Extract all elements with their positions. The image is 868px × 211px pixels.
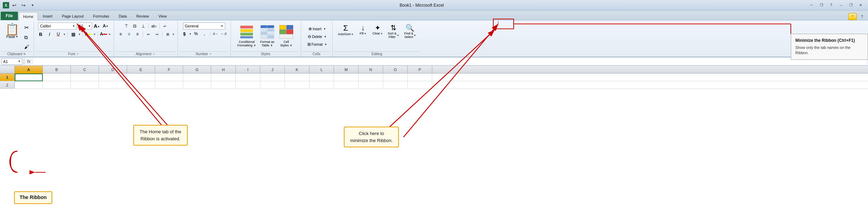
cell-n2[interactable] [359,81,383,89]
cell-d2[interactable] [99,81,127,89]
format-as-table-button[interactable]: Format asTable ▼ [259,23,276,49]
cell-o2[interactable] [383,81,408,89]
center-align-button[interactable]: ≡ [125,31,133,38]
ribbon-help-button[interactable]: ? [827,2,836,9]
cell-o1[interactable] [383,73,408,81]
cell-f1[interactable] [155,73,183,81]
italic-button[interactable]: I [46,31,53,38]
formulas-tab[interactable]: Formulas [88,12,114,20]
col-header-c[interactable]: C [71,66,99,73]
increase-font-size-button[interactable]: A▲ [93,23,101,30]
clear-arrow[interactable]: ▼ [380,32,383,35]
cell-f2[interactable] [155,81,183,89]
format-dropdown-arrow[interactable]: ▼ [325,43,327,46]
col-header-i[interactable]: I [236,66,260,73]
fill-color-arrow[interactable]: ▼ [93,33,96,36]
merge-center-arrow[interactable]: ▼ [172,33,175,36]
increase-indent-button[interactable]: ⇒ [153,31,161,38]
delete-dropdown-arrow[interactable]: ▼ [324,35,327,38]
right-align-button[interactable]: ≡ [134,31,141,38]
col-header-f[interactable]: F [155,66,183,73]
fill-color-button[interactable]: A [85,31,92,38]
home-tab[interactable]: Home [19,12,38,20]
underline-button[interactable]: U [54,31,62,38]
cell-g2[interactable] [183,81,211,89]
minimize-window-button[interactable]: ─ [807,2,816,9]
currency-button[interactable]: $ [181,31,188,37]
cell-e2[interactable] [127,81,155,89]
font-expander[interactable]: ⊹ [76,52,79,56]
customize-qat-button[interactable]: ▼ [29,1,36,9]
insert-tab[interactable]: Insert [38,12,57,20]
page-layout-tab[interactable]: Page Layout [58,12,88,20]
app-close-button[interactable]: ✕ [856,2,865,9]
corner-cell[interactable] [0,66,15,73]
middle-align-button[interactable]: ⊟ [131,23,139,30]
app-restore-button[interactable]: ❐ [846,2,855,9]
number-format-dropdown[interactable]: General ▼ [183,23,225,30]
help-button[interactable]: ? [857,13,867,20]
comma-button[interactable]: , [201,31,208,37]
cell-d1[interactable] [99,73,127,81]
cell-reference-box[interactable]: A1 ▼ [1,58,22,65]
cell-a1[interactable] [15,73,43,81]
cut-button[interactable]: ✂ [22,23,31,32]
cell-j2[interactable] [260,81,285,89]
formula-input[interactable] [33,58,867,65]
cell-m1[interactable] [334,73,359,81]
cell-k1[interactable] [285,73,309,81]
minimize-ribbon-button[interactable]: ⌃ [848,13,857,20]
bold-button[interactable]: B [37,31,45,38]
col-header-m[interactable]: M [334,66,359,73]
cell-styles-button[interactable]: CellStyles ▼ [278,23,295,49]
cell-l2[interactable] [309,81,334,89]
fill-arrow[interactable]: ▼ [364,32,366,35]
fill-button[interactable]: ↓ Fill ▼ [357,23,369,36]
cell-g1[interactable] [183,73,211,81]
insert-button[interactable]: ⊕ Insert [307,26,323,32]
currency-arrow[interactable]: ▼ [189,33,192,35]
decrease-font-size-button[interactable]: A▼ [102,23,109,30]
cell-k2[interactable] [285,81,309,89]
autosum-button[interactable]: Σ AutoSum ▼ [336,23,355,37]
cell-e1[interactable] [127,73,155,81]
col-header-a[interactable]: A [15,66,43,73]
col-header-p[interactable]: P [408,66,432,73]
cell-p2[interactable] [408,81,432,89]
top-align-button[interactable]: ⊤ [122,23,130,30]
format-button[interactable]: ⊞ Format [306,41,324,47]
merge-center-button[interactable]: ⊞ [164,31,172,38]
orientation-button[interactable]: ab↕ [150,23,158,30]
col-header-e[interactable]: E [127,66,155,73]
percent-button[interactable]: % [192,31,200,37]
col-header-b[interactable]: B [43,66,71,73]
col-header-g[interactable]: G [183,66,211,73]
undo-button[interactable]: ↩ [11,1,18,9]
conditional-formatting-button[interactable]: ConditionalFormatting ▼ [236,23,257,49]
app-minimize-button[interactable]: ─ [836,2,846,9]
cell-l1[interactable] [309,73,334,81]
data-tab[interactable]: Data [114,12,131,20]
increase-decimal-button[interactable]: .0→ [212,31,219,37]
font-color-arrow[interactable]: ▼ [108,33,111,36]
find-select-button[interactable]: 🔍 Find &Select ▼ [402,23,418,40]
format-painter-button[interactable]: 🖌 [22,43,31,51]
cell-a2[interactable] [15,81,43,89]
decrease-decimal-button[interactable]: ←.0 [220,31,228,37]
cell-n1[interactable] [359,73,383,81]
left-align-button[interactable]: ≡ [117,31,125,38]
cell-c2[interactable] [71,81,99,89]
view-tab[interactable]: View [154,12,171,20]
file-tab[interactable]: File [1,12,18,20]
underline-dropdown-arrow[interactable]: ▼ [63,33,66,36]
decrease-indent-button[interactable]: ⇐ [145,31,152,38]
copy-button[interactable]: ⧉ [22,33,31,41]
font-name-dropdown[interactable]: Calibri ▼ [38,23,77,30]
cell-b1[interactable] [43,73,71,81]
col-header-o[interactable]: O [383,66,408,73]
autosum-arrow[interactable]: ▼ [351,33,354,36]
sort-filter-arrow[interactable]: ▼ [397,34,399,37]
col-header-l[interactable]: L [309,66,334,73]
cell-i1[interactable] [236,73,260,81]
col-header-k[interactable]: K [285,66,309,73]
